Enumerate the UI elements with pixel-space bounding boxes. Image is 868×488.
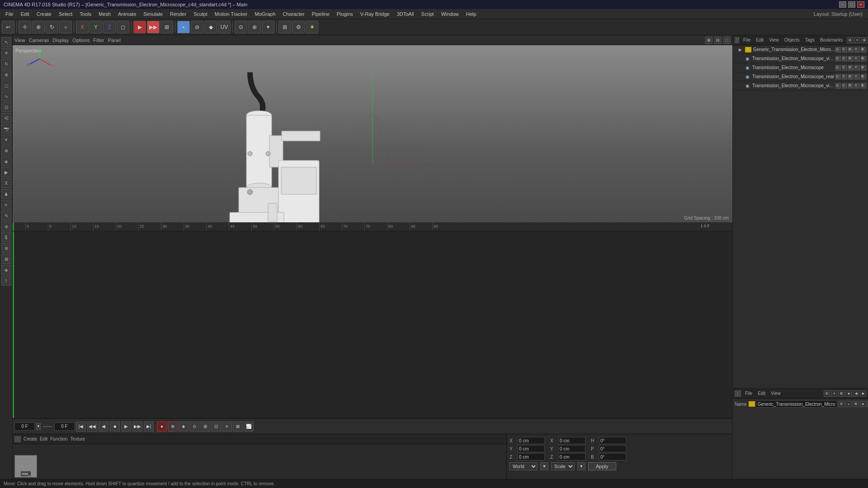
tool-hair[interactable]: ≡ — [1, 200, 11, 210]
om-tags-btn[interactable]: Tags — [804, 37, 816, 43]
pp-color-swatch[interactable] — [749, 401, 755, 407]
world-dropdown[interactable]: World Object Camera — [509, 462, 538, 470]
render-all-btn[interactable]: ⊞ — [160, 21, 173, 33]
om-tag-btn-0[interactable]: ≡ — [854, 47, 860, 52]
om-tag-btn-1[interactable]: ≡ — [854, 56, 860, 61]
grid-btn[interactable]: ⊞ — [278, 21, 291, 33]
pp-icon4[interactable]: ◈ — [845, 390, 852, 397]
om-row-0[interactable]: ▶ Generic_Transmission_Electron_Microsco… — [733, 45, 868, 54]
rotate-tool[interactable]: ↻ — [46, 21, 58, 33]
menu-sculpt[interactable]: Sculpt — [190, 10, 211, 18]
om-row-2[interactable]: ▣ Transmission_Electron_Microscope ◎ ⊙ ⊞… — [733, 63, 868, 72]
z-axis-btn[interactable]: Z — [103, 21, 116, 33]
vp-cameras-btn[interactable]: Cameras — [29, 38, 49, 43]
om-render-btn-1[interactable]: ⊙ — [842, 56, 847, 61]
tool-light[interactable]: ☀ — [1, 135, 11, 145]
om-render-btn-2[interactable]: ⊙ — [842, 65, 847, 70]
undo-button[interactable]: ↩ — [2, 21, 14, 33]
tool-misc[interactable]: $ — [1, 232, 11, 242]
key-all-btn[interactable]: ⊞ — [200, 422, 210, 432]
tool-deform[interactable]: ⋲ — [1, 113, 11, 123]
uv-btn[interactable]: UV — [218, 21, 231, 33]
scale-toggle[interactable]: ▼ — [577, 462, 585, 470]
menu-motion-tracker[interactable]: Motion Tracker — [211, 10, 251, 18]
pp-icon5[interactable]: ◀ — [853, 390, 859, 397]
om-render-btn-0[interactable]: ⊙ — [842, 47, 847, 52]
om-lock-btn-0[interactable]: ⊞ — [848, 47, 854, 52]
snap2-btn[interactable]: ⊕ — [248, 21, 261, 33]
snap-btn[interactable]: ⊙ — [235, 21, 247, 33]
tool-paint[interactable]: ✎ — [1, 211, 11, 221]
menu-tools[interactable]: Tools — [76, 10, 95, 18]
me-function-btn[interactable]: Function — [50, 436, 67, 441]
edge-mode-btn[interactable]: ⊘ — [191, 21, 203, 33]
minimize-button[interactable]: – — [839, 1, 846, 8]
world-toggle[interactable]: ▼ — [540, 462, 548, 470]
stop-btn[interactable]: ■ — [110, 422, 120, 432]
play-btn[interactable]: ▶ — [121, 422, 131, 432]
vp-lock-btn[interactable]: ⊟ — [714, 37, 722, 44]
menu-character[interactable]: Character — [279, 10, 308, 18]
om-vis-btn-3[interactable]: ◎ — [835, 74, 841, 80]
pp-action-2[interactable]: ≡ — [845, 401, 852, 407]
om-lock-btn-2[interactable]: ⊞ — [848, 65, 854, 70]
maximize-button[interactable]: □ — [848, 1, 855, 8]
om-file-btn[interactable]: File — [742, 37, 752, 43]
settings-btn[interactable]: ⚙ — [292, 21, 305, 33]
om-more-btn-4[interactable]: ⊠ — [861, 83, 866, 89]
om-lock-btn-4[interactable]: ⊞ — [848, 83, 854, 89]
menu-simulate[interactable]: Simulate — [140, 10, 166, 18]
coord-p-val[interactable] — [599, 445, 626, 452]
tool-misc3[interactable]: ⊠ — [1, 254, 11, 264]
key-sel-btn[interactable]: ⊙ — [189, 422, 199, 432]
coord-h-val[interactable] — [599, 437, 626, 444]
menu-render[interactable]: Render — [166, 10, 190, 18]
pp-action-3[interactable]: ⊠ — [853, 401, 859, 407]
record-auto-btn[interactable]: ⊕ — [168, 422, 178, 432]
menu-mesh[interactable]: Mesh — [95, 10, 114, 18]
next-frame-btn[interactable]: ▶▶ — [132, 422, 142, 432]
timeline-btn[interactable]: ≡ — [222, 422, 232, 432]
viewport[interactable]: Perspective Grid Spacing : 100 cm X Y Z — [13, 45, 732, 222]
om-edit-btn[interactable]: Edit — [755, 37, 765, 43]
menu-mograph[interactable]: MoGraph — [251, 10, 279, 18]
current-frame-field[interactable] — [14, 422, 35, 431]
scale-tool[interactable]: ⊕ — [32, 21, 45, 33]
pp-icon3[interactable]: ⊠ — [838, 390, 844, 397]
menu-plugins[interactable]: Plugins — [333, 10, 357, 18]
coord-x-pos[interactable] — [518, 437, 545, 444]
pp-icon1[interactable]: ⊞ — [824, 390, 830, 397]
tool-rotate[interactable]: ↻ — [1, 59, 11, 69]
move-tool[interactable]: ✛ — [19, 21, 31, 33]
tool-camera[interactable]: 📷 — [1, 124, 11, 134]
poly-mode-btn[interactable]: ◆ — [204, 21, 217, 33]
vp-view-btn[interactable]: View — [14, 38, 25, 43]
tool-select[interactable]: ↖ — [1, 37, 11, 47]
pp-action-1[interactable]: ⊞ — [838, 401, 844, 407]
prev-frame-btn[interactable]: ◀◀ — [87, 422, 97, 432]
pp-icon6[interactable]: ▶ — [860, 390, 866, 397]
coord-z-size[interactable] — [558, 453, 585, 460]
tool-misc4[interactable]: ◈ — [1, 265, 11, 275]
select-tool[interactable]: ⟐ — [59, 21, 72, 33]
coord-x-size[interactable] — [558, 437, 585, 444]
om-bookmarks-btn[interactable]: Bookmarks — [819, 37, 844, 43]
om-render-btn-3[interactable]: ⊙ — [842, 74, 847, 80]
pp-file-btn[interactable]: File — [744, 390, 754, 396]
coord-b-val[interactable] — [599, 453, 626, 460]
om-row-4[interactable]: ▣ Transmission_Electron_Microscope_visor… — [733, 81, 868, 90]
om-more-btn-3[interactable]: ⊠ — [861, 74, 866, 80]
material-swatch-mat[interactable]: mat_ — [14, 455, 37, 478]
x-axis-btn[interactable]: X — [76, 21, 89, 33]
menu-create[interactable]: Create — [33, 10, 55, 18]
render-view-btn[interactable]: ▶ — [133, 21, 146, 33]
vp-expand-btn[interactable]: ⊞ — [705, 37, 712, 44]
y-axis-btn[interactable]: Y — [90, 21, 102, 33]
frame-display-field[interactable] — [54, 422, 75, 431]
close-button[interactable]: × — [857, 1, 864, 8]
vp-display-btn[interactable]: Display — [52, 38, 69, 43]
menu-help[interactable]: Help — [462, 10, 480, 18]
tool-misc5[interactable]: ⌇ — [1, 276, 11, 286]
om-vis-btn-4[interactable]: ◎ — [835, 83, 841, 89]
vp-panel-btn[interactable]: Panel — [108, 38, 121, 43]
